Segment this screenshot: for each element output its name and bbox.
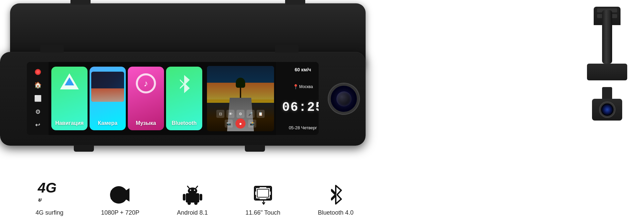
main-container: 🏠 ⬜ ⚙ ↩ Навигация Камера bbox=[0, 0, 644, 223]
music-app-label: Музыка bbox=[136, 120, 156, 126]
mount-tab-br bbox=[245, 145, 265, 152]
date-display: 05-28 Четверг bbox=[289, 125, 317, 130]
feature-touch-label: 11.66" Touch bbox=[246, 209, 280, 216]
cam-lens-small bbox=[600, 102, 615, 117]
bracket-arm bbox=[602, 10, 612, 64]
location-text: Москва bbox=[299, 84, 313, 89]
feature-resolution: 1080P + 720P bbox=[101, 183, 139, 216]
feature-bluetooth: Bluetooth 4.0 bbox=[318, 183, 354, 216]
speed-display: 60 км/ч bbox=[295, 67, 311, 73]
svg-point-4 bbox=[117, 194, 120, 196]
icon-video-wrap bbox=[108, 183, 132, 207]
svg-rect-11 bbox=[183, 194, 185, 201]
cam-snap-btn[interactable]: 📸 bbox=[248, 120, 256, 128]
android-icon bbox=[182, 185, 203, 205]
location-display: 📍 Москва bbox=[293, 84, 313, 89]
bluetooth-icon bbox=[327, 184, 344, 206]
device-screen: 🏠 ⬜ ⚙ ↩ Навигация Камера bbox=[27, 62, 319, 135]
video-camera-icon bbox=[109, 185, 131, 205]
device-wrapper: 🏠 ⬜ ⚙ ↩ Навигация Камера bbox=[0, 0, 386, 223]
mount-tab-bl bbox=[74, 145, 94, 152]
icon-android-wrap bbox=[181, 183, 204, 207]
features-bar: 4G ᵾ 4G surfing 1080P + 7 bbox=[17, 183, 372, 216]
home-icon[interactable]: 🏠 bbox=[32, 79, 44, 91]
screenshot-icon[interactable]: ⬜ bbox=[32, 92, 44, 104]
nav-icon bbox=[60, 73, 79, 89]
bt-icon-screen bbox=[176, 73, 193, 96]
music-icon bbox=[136, 73, 156, 93]
svg-rect-14 bbox=[194, 202, 198, 205]
clock-display: 06:25 bbox=[282, 100, 319, 115]
svg-rect-13 bbox=[187, 202, 191, 205]
mount-tab-tr bbox=[275, 45, 299, 53]
music-app-tile[interactable]: Музыка bbox=[128, 67, 164, 130]
cam-record-button[interactable] bbox=[235, 119, 246, 129]
left-controls-panel: 🏠 ⬜ ⚙ ↩ bbox=[27, 62, 49, 135]
settings-icon[interactable]: ⚙ bbox=[32, 106, 44, 118]
svg-line-10 bbox=[196, 186, 198, 188]
svg-point-7 bbox=[190, 190, 191, 191]
front-camera-lens bbox=[329, 84, 359, 114]
bracket-base bbox=[587, 64, 627, 80]
feature-android: Android 8.1 bbox=[177, 183, 208, 216]
cam-ctrl-1[interactable]: ⊡ bbox=[216, 110, 224, 118]
feature-bt-label: Bluetooth 4.0 bbox=[318, 209, 354, 216]
back-icon[interactable]: ↩ bbox=[32, 119, 44, 131]
feature-4g: 4G ᵾ 4G surfing bbox=[36, 183, 63, 216]
pin-icon: 📍 bbox=[293, 84, 299, 89]
rear-cam-accessory bbox=[584, 87, 631, 121]
feature-res-label: 1080P + 720P bbox=[101, 209, 139, 216]
cam-app-label: Камера bbox=[98, 120, 117, 126]
cam-ctrl-2[interactable]: 👁 bbox=[226, 110, 234, 118]
nav-app-label: Навигация bbox=[55, 120, 84, 126]
accessories-panel bbox=[580, 7, 634, 121]
svg-rect-12 bbox=[200, 194, 202, 201]
4g-icon: 4G ᵾ bbox=[38, 181, 61, 209]
bt-app-label: Bluetooth bbox=[172, 120, 197, 126]
record-indicator bbox=[32, 66, 44, 78]
mount-tab-tl bbox=[40, 45, 64, 53]
icon-bt-wrap bbox=[324, 183, 347, 207]
svg-point-8 bbox=[194, 190, 195, 191]
feature-android-label: Android 8.1 bbox=[177, 209, 208, 216]
svg-rect-16 bbox=[257, 189, 269, 197]
svg-line-9 bbox=[187, 186, 189, 188]
icon-4g-wrap: 4G ᵾ bbox=[38, 183, 61, 207]
cam-ctrl-4[interactable]: 🎤 bbox=[247, 110, 255, 118]
feature-4g-label: 4G surfing bbox=[36, 209, 63, 216]
info-panel: 60 км/ч 📍 Москва 06:25 05-28 Четверг bbox=[276, 62, 319, 135]
touch-icon bbox=[253, 185, 273, 205]
icon-touch-wrap bbox=[251, 183, 275, 207]
bt-app-tile[interactable]: Bluetooth bbox=[166, 67, 202, 130]
mount-bracket bbox=[580, 7, 634, 80]
cam-photo-btn[interactable]: 📷 bbox=[225, 120, 233, 128]
clip-top-right bbox=[285, 0, 305, 5]
cam-body bbox=[592, 99, 622, 121]
cam-icon bbox=[91, 72, 124, 102]
svg-rect-5 bbox=[186, 193, 199, 203]
rear-cam-view: ⊡ 👁 ⚙ 🎤 📋 📷 📸 bbox=[207, 66, 274, 131]
cam-bottom-controls: ⊡ 👁 ⚙ 🎤 📋 bbox=[207, 110, 274, 118]
cam-ctrl-5[interactable]: 📋 bbox=[257, 110, 265, 118]
clip-top-left bbox=[70, 0, 91, 5]
cam-bottom-row: 📷 📸 bbox=[225, 119, 256, 129]
app-grid: Навигация Камера Музыка bbox=[49, 62, 205, 135]
mirror-front: 🏠 ⬜ ⚙ ↩ Навигация Камера bbox=[0, 52, 366, 146]
cam-mount bbox=[602, 87, 612, 100]
cam-ctrl-3[interactable]: ⚙ bbox=[236, 110, 245, 118]
tree-silhouette bbox=[240, 84, 241, 98]
nav-app-tile[interactable]: Навигация bbox=[51, 67, 88, 130]
cam-app-tile[interactable]: Камера bbox=[90, 67, 126, 130]
feature-touch: 11.66" Touch bbox=[246, 183, 280, 216]
